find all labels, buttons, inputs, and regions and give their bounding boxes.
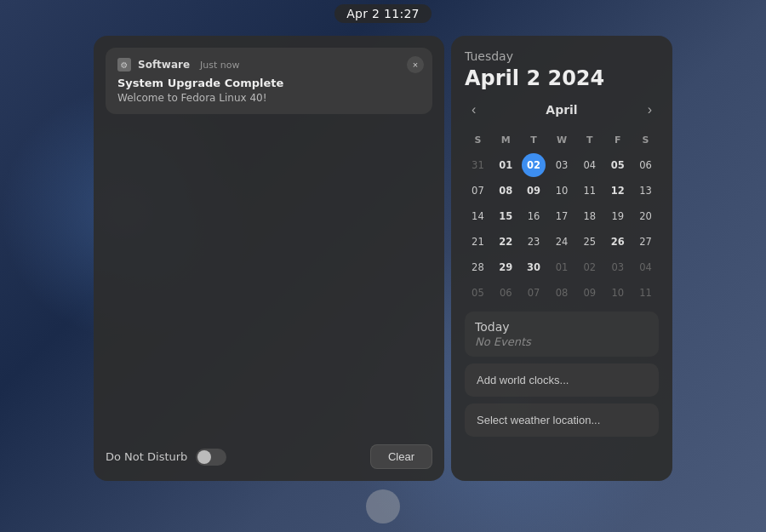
do-not-disturb-label: Do Not Disturb [106,450,187,463]
cal-day[interactable]: 10 [550,179,574,203]
cal-day[interactable]: 09 [522,179,546,203]
notification-panel: ⚙ Software Just now × System Upgrade Com… [94,36,444,481]
cal-day[interactable]: 25 [578,230,602,254]
cal-day[interactable]: 03 [606,255,630,279]
cal-header-t1: T [522,128,546,152]
notification-card: ⚙ Software Just now × System Upgrade Com… [106,48,432,114]
cal-day[interactable]: 31 [466,153,489,177]
cal-day[interactable]: 13 [634,179,658,203]
cal-day[interactable]: 24 [550,230,574,254]
software-icon: ⚙ [117,58,131,72]
cal-header-f: F [606,128,630,152]
cal-day[interactable]: 03 [550,153,574,177]
cal-day[interactable]: 09 [578,281,602,305]
cal-header-s2: S [634,128,658,152]
notification-app: Software [138,59,190,71]
cal-day-today[interactable]: 02 [522,153,546,177]
cal-day[interactable]: 15 [494,204,517,228]
cal-day[interactable]: 11 [634,281,658,305]
cal-day[interactable]: 20 [634,204,658,228]
notification-time: Just now [200,60,239,71]
top-bar: Apr 2 11:27 [0,0,766,27]
cal-day[interactable]: 19 [606,204,630,228]
cal-day[interactable]: 08 [550,281,574,305]
cal-day[interactable]: 27 [634,230,658,254]
calendar-panel: Tuesday April 2 2024 ‹ April › S M T W T… [451,36,672,481]
events-no-events-label: No Events [475,335,649,348]
panel-container: ⚙ Software Just now × System Upgrade Com… [94,36,672,481]
calendar-prev-button[interactable]: ‹ [465,100,483,119]
notification-body: Welcome to Fedora Linux 40! [117,92,420,104]
cal-day[interactable]: 21 [466,230,489,254]
cal-day[interactable]: 14 [466,204,489,228]
calendar-next-button[interactable]: › [641,100,659,119]
calendar-day-label: Tuesday [465,49,659,63]
notification-close-button[interactable]: × [407,56,424,73]
notification-title: System Upgrade Complete [117,77,420,89]
clear-button[interactable]: Clear [370,444,432,469]
events-section: Today No Events [465,312,659,357]
do-not-disturb-toggle[interactable] [196,449,226,466]
cal-day[interactable]: 28 [466,255,489,279]
cal-day[interactable]: 08 [494,179,517,203]
do-not-disturb-control: Do Not Disturb [106,449,226,466]
bottom-decoration [366,489,400,523]
select-weather-location-button[interactable]: Select weather location... [465,403,659,437]
cal-day[interactable]: 01 [494,153,517,177]
add-world-clocks-button[interactable]: Add world clocks... [465,363,659,397]
calendar-date-heading: April 2 2024 [465,66,659,90]
cal-day[interactable]: 02 [578,255,602,279]
cal-day[interactable]: 10 [606,281,630,305]
cal-day[interactable]: 06 [494,281,517,305]
cal-day[interactable]: 04 [634,255,658,279]
cal-day[interactable]: 07 [522,281,546,305]
cal-day[interactable]: 26 [606,230,630,254]
cal-header-w: W [550,128,574,152]
cal-day[interactable]: 22 [494,230,517,254]
cal-day[interactable]: 17 [550,204,574,228]
datetime-display: Apr 2 11:27 [334,4,432,23]
cal-header-t2: T [578,128,602,152]
calendar-month-label: April [546,103,577,117]
cal-day[interactable]: 11 [578,179,602,203]
calendar-nav: ‹ April › [465,100,659,119]
cal-day[interactable]: 18 [578,204,602,228]
cal-day[interactable]: 23 [522,230,546,254]
cal-day[interactable]: 05 [466,281,489,305]
cal-day[interactable]: 06 [634,153,658,177]
calendar-grid: S M T W T F S 31 01 02 03 04 05 06 07 08… [465,128,659,305]
cal-day[interactable]: 12 [606,179,630,203]
cal-day[interactable]: 16 [522,204,546,228]
cal-day[interactable]: 07 [466,179,489,203]
cal-header-m: M [494,128,517,152]
cal-day[interactable]: 05 [606,153,630,177]
cal-day[interactable]: 29 [494,255,517,279]
cal-day[interactable]: 04 [578,153,602,177]
cal-header-s1: S [466,128,489,152]
toggle-knob [197,450,211,464]
cal-day[interactable]: 30 [522,255,546,279]
events-today-label: Today [475,320,649,334]
cal-day[interactable]: 01 [550,255,574,279]
notification-header: ⚙ Software Just now [117,58,420,72]
notification-footer: Do Not Disturb Clear [106,436,432,469]
